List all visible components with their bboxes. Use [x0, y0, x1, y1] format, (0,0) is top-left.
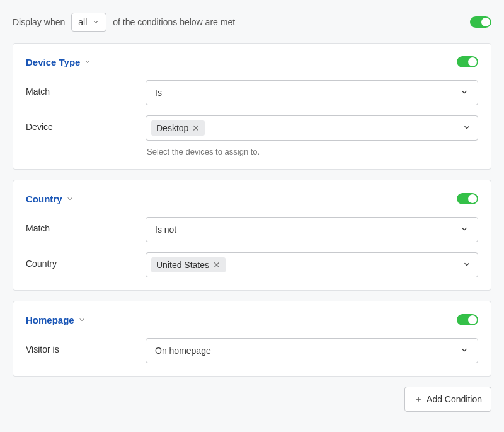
match-label: Match [26, 217, 146, 233]
add-condition-label: Add Condition [427, 394, 482, 404]
display-when-suffix: of the conditions below are met [113, 17, 235, 27]
country-label: Country [26, 252, 146, 269]
match-mode-select[interactable]: all [71, 13, 106, 32]
chevron-down-icon [460, 346, 469, 356]
condition-title: Homepage [26, 315, 74, 325]
visitor-select[interactable]: On homepage [146, 338, 478, 363]
conditions-header: Display when all of the conditions below… [13, 13, 491, 32]
device-label: Device [26, 115, 146, 132]
chevron-down-icon [66, 195, 74, 202]
chevron-down-icon [462, 123, 471, 134]
condition-title-toggle[interactable]: Device Type [26, 57, 91, 67]
condition-card-homepage: Homepage Visitor is On homepage [13, 301, 491, 377]
match-mode-value: all [78, 17, 87, 27]
close-icon[interactable]: ✕ [192, 124, 200, 132]
add-condition-button[interactable]: ＋ Add Condition [404, 387, 491, 412]
display-when-prefix: Display when [13, 17, 65, 27]
match-value: Is not [155, 225, 176, 235]
condition-enable-toggle[interactable] [457, 56, 478, 67]
device-multi-select[interactable]: Desktop ✕ [146, 115, 478, 141]
chevron-down-icon [92, 18, 100, 26]
condition-enable-toggle[interactable] [457, 193, 478, 204]
device-helper-text: Select the devices to assign to. [146, 147, 478, 156]
chevron-down-icon [84, 58, 91, 66]
device-chip-label: Desktop [156, 123, 188, 133]
country-multi-select[interactable]: United States ✕ [146, 252, 478, 277]
condition-card-device-type: Device Type Match Is Device Desktop [13, 43, 491, 170]
plus-icon: ＋ [414, 394, 423, 405]
match-select[interactable]: Is [146, 80, 478, 105]
visitor-label: Visitor is [26, 338, 146, 354]
match-label: Match [26, 80, 146, 96]
conditions-master-toggle[interactable] [470, 16, 491, 28]
match-select[interactable]: Is not [146, 217, 478, 242]
chevron-down-icon [460, 225, 469, 235]
visitor-value: On homepage [155, 346, 211, 356]
country-chip: United States ✕ [151, 257, 226, 272]
close-icon[interactable]: ✕ [213, 260, 220, 269]
condition-enable-toggle[interactable] [457, 314, 478, 325]
condition-title-toggle[interactable]: Country [26, 194, 74, 204]
match-value: Is [155, 88, 162, 98]
chevron-down-icon [462, 260, 471, 271]
country-chip-label: United States [156, 260, 209, 270]
condition-title: Device Type [26, 57, 80, 67]
device-chip: Desktop ✕ [151, 120, 205, 136]
chevron-down-icon [460, 88, 469, 98]
condition-title-toggle[interactable]: Homepage [26, 315, 86, 325]
condition-card-country: Country Match Is not Country United Stat… [13, 180, 491, 291]
footer: ＋ Add Condition [13, 387, 491, 412]
chevron-down-icon [78, 316, 86, 324]
condition-title: Country [26, 194, 62, 204]
